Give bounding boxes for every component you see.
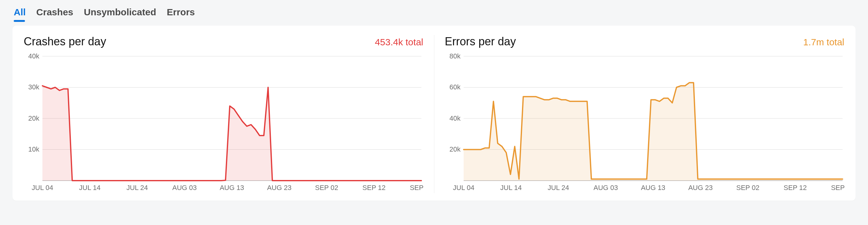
svg-text:AUG 13: AUG 13	[220, 184, 244, 192]
tab-unsymbolicated[interactable]: Unsymbolicated	[84, 7, 156, 18]
crashes-title: Crashes per day	[24, 35, 106, 48]
crashes-panel: Crashes per day 453.4k total 10k20k30k40…	[24, 35, 424, 193]
svg-text:SEP 02: SEP 02	[315, 184, 338, 192]
charts-card: Crashes per day 453.4k total 10k20k30k40…	[12, 26, 856, 201]
panel-divider	[434, 35, 434, 193]
svg-text:JUL 24: JUL 24	[126, 184, 148, 192]
svg-text:SEP 02: SEP 02	[736, 184, 759, 192]
crashes-header: Crashes per day 453.4k total	[24, 35, 424, 48]
svg-text:AUG 23: AUG 23	[688, 184, 712, 192]
svg-text:SEP 12: SEP 12	[363, 184, 385, 192]
svg-text:JUL 24: JUL 24	[548, 184, 569, 192]
svg-text:60k: 60k	[449, 83, 461, 91]
filter-tabs: All Crashes Unsymbolicated Errors	[12, 7, 856, 26]
tab-all[interactable]: All	[14, 7, 26, 18]
svg-text:JUL 04: JUL 04	[453, 184, 474, 192]
svg-text:JUL 04: JUL 04	[32, 184, 53, 192]
svg-text:AUG 23: AUG 23	[267, 184, 291, 192]
svg-text:40k: 40k	[449, 114, 461, 122]
tab-crashes[interactable]: Crashes	[36, 7, 73, 18]
errors-panel: Errors per day 1.7m total 20k40k60k80kJU…	[445, 35, 845, 193]
svg-text:30k: 30k	[28, 83, 40, 91]
svg-text:AUG 03: AUG 03	[593, 184, 618, 192]
svg-text:AUG 13: AUG 13	[641, 184, 665, 192]
svg-text:AUG 03: AUG 03	[172, 184, 196, 192]
svg-text:JUL 14: JUL 14	[500, 184, 522, 192]
svg-text:40k: 40k	[28, 52, 40, 60]
svg-text:80k: 80k	[449, 52, 461, 60]
svg-text:10k: 10k	[28, 145, 40, 153]
svg-text:20k: 20k	[28, 114, 40, 122]
svg-text:SEP 22: SEP 22	[410, 184, 423, 192]
svg-text:SEP 22: SEP 22	[831, 184, 844, 192]
errors-total: 1.7m total	[803, 37, 844, 48]
errors-header: Errors per day 1.7m total	[445, 35, 845, 48]
errors-chart-svg: 20k40k60k80kJUL 04JUL 14JUL 24AUG 03AUG …	[445, 50, 845, 193]
crashes-total: 453.4k total	[375, 37, 423, 48]
tab-errors[interactable]: Errors	[166, 7, 195, 18]
svg-text:20k: 20k	[449, 145, 461, 153]
svg-text:JUL 14: JUL 14	[79, 184, 100, 192]
errors-chart: 20k40k60k80kJUL 04JUL 14JUL 24AUG 03AUG …	[445, 50, 845, 193]
crashes-chart: 10k20k30k40kJUL 04JUL 14JUL 24AUG 03AUG …	[24, 50, 424, 193]
diagnostics-dashboard: All Crashes Unsymbolicated Errors Crashe…	[0, 0, 868, 225]
errors-title: Errors per day	[445, 35, 516, 48]
crashes-chart-svg: 10k20k30k40kJUL 04JUL 14JUL 24AUG 03AUG …	[24, 50, 424, 193]
svg-text:SEP 12: SEP 12	[783, 184, 807, 192]
